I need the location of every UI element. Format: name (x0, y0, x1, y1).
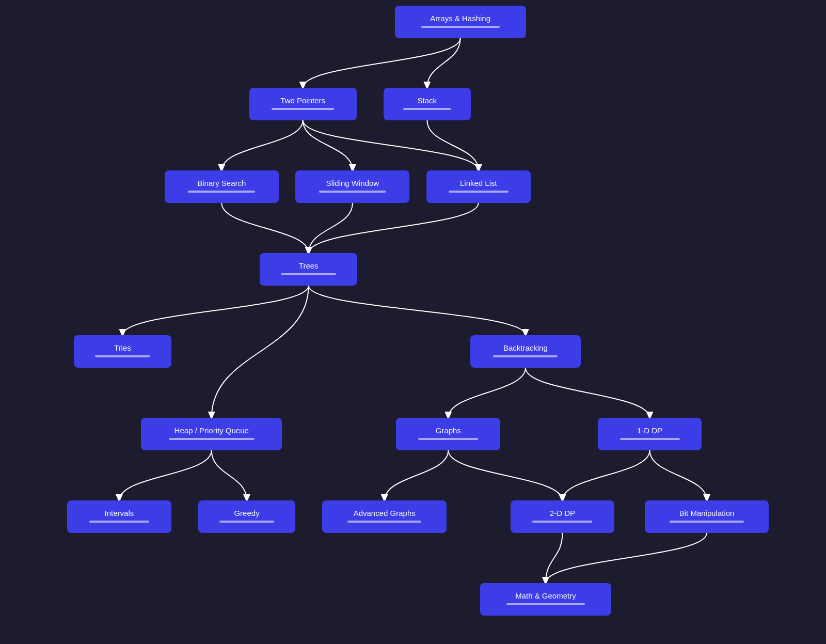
node-label-greedy: Greedy (234, 509, 259, 517)
connection-binary_search-trees (221, 203, 308, 253)
connection-backtracking-graphs (448, 368, 526, 418)
node-label-arrays_hashing: Arrays & Hashing (430, 14, 490, 23)
connection-one_d_dp-two_d_dp (562, 450, 649, 500)
connection-two_pointers-sliding_window (303, 120, 353, 170)
node-graphs[interactable]: Graphs (396, 418, 500, 450)
node-trees[interactable]: Trees (260, 253, 357, 286)
node-bar-two_pointers (272, 108, 333, 110)
connection-two_d_dp-math_geometry (546, 533, 563, 583)
node-bar-two_d_dp (532, 521, 592, 523)
connection-arrays_hashing-two_pointers (303, 38, 460, 88)
node-label-binary_search: Binary Search (197, 179, 246, 187)
node-math_geometry[interactable]: Math & Geometry (480, 583, 611, 616)
node-bar-binary_search (188, 191, 255, 193)
node-bar-advanced_graphs (347, 521, 421, 523)
node-backtracking[interactable]: Backtracking (470, 335, 581, 368)
connection-trees-heap_pq (212, 286, 309, 418)
node-stack[interactable]: Stack (384, 88, 471, 120)
node-bit_manipulation[interactable]: Bit Manipulation (645, 500, 769, 533)
node-sliding_window[interactable]: Sliding Window (295, 170, 409, 203)
node-intervals[interactable]: Intervals (67, 500, 171, 533)
node-bar-one_d_dp (620, 438, 680, 440)
connection-heap_pq-intervals (119, 450, 212, 500)
node-label-math_geometry: Math & Geometry (515, 591, 576, 600)
node-heap_pq[interactable]: Heap / Priority Queue (141, 418, 282, 450)
node-bar-heap_pq (169, 438, 255, 440)
node-bar-math_geometry (506, 603, 585, 605)
connection-bit_manipulation-math_geometry (546, 533, 707, 583)
node-label-advanced_graphs: Advanced Graphs (354, 509, 416, 517)
node-label-intervals: Intervals (105, 509, 134, 517)
node-label-heap_pq: Heap / Priority Queue (174, 426, 249, 435)
connection-arrays_hashing-stack (427, 38, 460, 88)
connection-trees-backtracking (309, 286, 526, 335)
node-bar-intervals (89, 521, 149, 523)
node-binary_search[interactable]: Binary Search (165, 170, 279, 203)
node-label-stack: Stack (418, 96, 437, 105)
connection-two_pointers-binary_search (221, 120, 303, 170)
node-two_d_dp[interactable]: 2-D DP (511, 500, 615, 533)
node-greedy[interactable]: Greedy (198, 500, 296, 533)
node-bar-linked_list (449, 191, 509, 193)
connection-graphs-advanced_graphs (385, 450, 449, 500)
node-bar-tries (95, 355, 150, 357)
node-bar-backtracking (493, 355, 558, 357)
node-label-bit_manipulation: Bit Manipulation (679, 509, 735, 517)
connection-heap_pq-greedy (212, 450, 247, 500)
node-advanced_graphs[interactable]: Advanced Graphs (322, 500, 447, 533)
node-bar-bit_manipulation (670, 521, 743, 523)
node-label-linked_list: Linked List (460, 179, 497, 187)
node-two_pointers[interactable]: Two Pointers (249, 88, 357, 120)
node-label-tries: Tries (114, 343, 131, 352)
node-label-two_pointers: Two Pointers (280, 96, 325, 105)
connection-graphs-two_d_dp (448, 450, 562, 500)
node-label-two_d_dp: 2-D DP (550, 509, 575, 517)
node-bar-trees (281, 273, 336, 275)
connection-two_pointers-linked_list (303, 120, 479, 170)
connection-linked_list-trees (309, 203, 479, 253)
connection-one_d_dp-bit_manipulation (650, 450, 707, 500)
connection-sliding_window-trees (309, 203, 353, 253)
node-bar-greedy (219, 521, 275, 523)
node-bar-sliding_window (319, 191, 386, 193)
node-one_d_dp[interactable]: 1-D DP (598, 418, 702, 450)
connection-trees-tries (122, 286, 308, 335)
node-label-sliding_window: Sliding Window (326, 179, 379, 187)
node-bar-stack (403, 108, 451, 110)
node-label-backtracking: Backtracking (503, 343, 548, 352)
diagram-canvas: Arrays & HashingTwo PointersStackBinary … (0, 0, 826, 644)
node-linked_list[interactable]: Linked List (426, 170, 531, 203)
connection-stack-linked_list (427, 120, 479, 170)
node-label-one_d_dp: 1-D DP (637, 426, 662, 435)
node-label-graphs: Graphs (436, 426, 461, 435)
node-tries[interactable]: Tries (74, 335, 171, 368)
node-bar-arrays_hashing (421, 26, 500, 28)
connection-backtracking-one_d_dp (526, 368, 650, 418)
node-arrays_hashing[interactable]: Arrays & Hashing (395, 6, 526, 38)
node-label-trees: Trees (299, 261, 319, 270)
node-bar-graphs (418, 438, 478, 440)
